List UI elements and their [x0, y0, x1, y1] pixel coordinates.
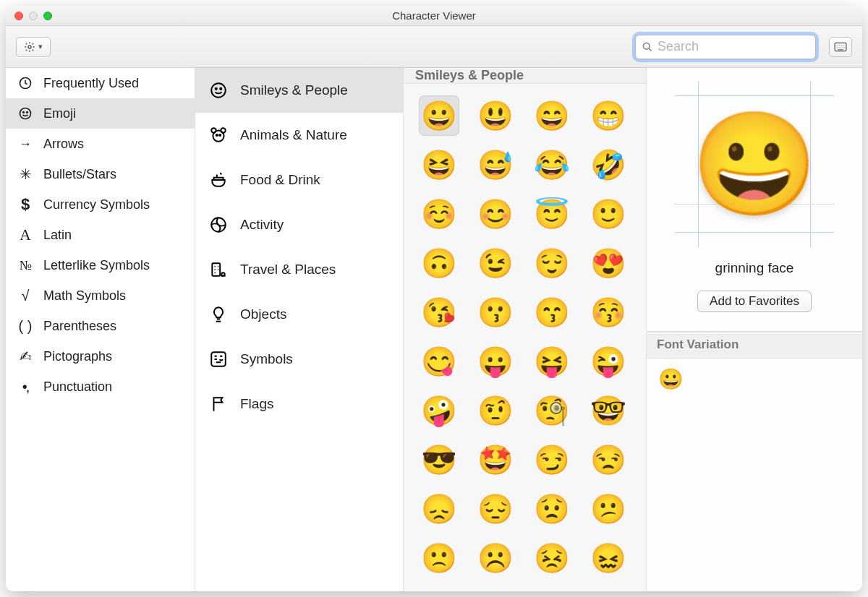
emoji-cell[interactable]: 😆: [419, 145, 459, 185]
emoji-cell[interactable]: ☺️: [419, 194, 459, 234]
emoji-cell[interactable]: 😍: [588, 243, 629, 283]
svg-point-5: [23, 112, 25, 113]
emoji-cell[interactable]: 😟: [532, 489, 572, 529]
category-parentheses[interactable]: ( )Parentheses: [6, 311, 195, 341]
emoji-cell[interactable]: 😗: [475, 292, 516, 332]
emoji-cell[interactable]: 🤓: [588, 390, 629, 431]
subcategory-smileys-people[interactable]: Smileys & People: [195, 68, 403, 113]
emoji-cell[interactable]: 🙂: [588, 194, 629, 234]
font-variation-glyph[interactable]: 😀: [658, 368, 684, 390]
category-label: Letterlike Symbols: [43, 258, 150, 273]
category-arrows[interactable]: →Arrows: [6, 129, 195, 159]
category-math-symbols[interactable]: √Math Symbols: [6, 280, 195, 311]
svg-rect-16: [212, 263, 220, 275]
category-label: Bullets/Stars: [43, 167, 116, 182]
preview-glyph: 😀: [692, 113, 818, 215]
emoji-cell[interactable]: 😁: [588, 95, 629, 136]
emoji-cell[interactable]: 😂: [532, 145, 572, 185]
chevron-down-icon: ▾: [38, 42, 43, 51]
emoji-cell[interactable]: 😩: [475, 587, 516, 591]
emoji-cell[interactable]: 😞: [419, 489, 459, 529]
add-to-favorites-button[interactable]: Add to Favorites: [697, 291, 812, 312]
emoji-cell[interactable]: 😄: [532, 95, 572, 136]
emoji-cell[interactable]: ☹️: [475, 538, 516, 578]
keyboard-viewer-button[interactable]: [829, 37, 852, 57]
settings-menu-button[interactable]: ▾: [16, 37, 51, 57]
svg-rect-18: [211, 352, 226, 366]
emoji-cell[interactable]: 😎: [419, 439, 459, 480]
emoji-cell[interactable]: 😙: [532, 292, 572, 332]
emoji-cell[interactable]: 🤨: [475, 390, 516, 431]
keyboard-icon: [834, 42, 847, 52]
character-grid: 😀😃😄😁😆😅😂🤣☺️😊😇🙂🙃😉😌😍😘😗😙😚😋😛😝😜🤪🤨🧐🤓😎🤩😏😒😞😔😟😕🙁☹️…: [404, 84, 646, 591]
character-grid-pane: Smileys & People 😀😃😄😁😆😅😂🤣☺️😊😇🙂🙃😉😌😍😘😗😙😚😋😛…: [404, 68, 647, 591]
category-latin[interactable]: ALatin: [6, 220, 195, 250]
category-label: Frequently Used: [43, 76, 139, 91]
svg-point-8: [216, 88, 217, 90]
paren-icon: ( ): [17, 318, 33, 335]
category-label: Parentheses: [43, 319, 116, 334]
clock-icon: [17, 76, 33, 90]
emoji-cell[interactable]: 😣: [532, 538, 572, 578]
emoji-cell[interactable]: 🤣: [588, 145, 629, 185]
emoji-cell[interactable]: 😅: [475, 145, 516, 185]
category-emoji[interactable]: Emoji: [6, 98, 195, 129]
emoji-cell[interactable]: 🙁: [419, 538, 459, 578]
activity-icon: [208, 215, 229, 235]
titlebar: Character Viewer: [6, 6, 862, 26]
svg-point-0: [28, 46, 31, 48]
emoji-cell[interactable]: 🧐: [532, 390, 572, 431]
emoji-cell[interactable]: 😘: [419, 292, 459, 332]
emoji-cell[interactable]: 😚: [588, 292, 629, 332]
category-label: Pictographs: [43, 349, 112, 364]
A-icon: A: [17, 226, 33, 244]
emoji-cell[interactable]: 😝: [532, 341, 572, 382]
emoji-cell[interactable]: 😊: [475, 194, 516, 234]
emoji-cell[interactable]: 😉: [475, 243, 516, 283]
category-currency-symbols[interactable]: $Currency Symbols: [6, 189, 195, 220]
emoji-cell[interactable]: 🤪: [419, 390, 459, 431]
emoji-cell[interactable]: 😭: [588, 587, 629, 591]
category-pictographs[interactable]: ✍︎Pictographs: [6, 341, 195, 371]
emoji-cell[interactable]: 😜: [588, 341, 629, 382]
subcategory-animals-nature[interactable]: Animals & Nature: [195, 113, 403, 158]
subcategory-objects[interactable]: Objects: [195, 292, 403, 337]
emoji-cell[interactable]: 😋: [419, 341, 459, 382]
emoji-cell[interactable]: 😛: [475, 341, 516, 382]
subcategory-flags[interactable]: Flags: [195, 382, 403, 426]
emoji-cell[interactable]: 😔: [475, 489, 516, 529]
arrow-icon: →: [17, 137, 33, 152]
subcategory-activity[interactable]: Activity: [195, 202, 403, 247]
category-frequently-used[interactable]: Frequently Used: [6, 68, 195, 98]
search-icon: [642, 41, 653, 53]
category-letterlike-symbols[interactable]: №Letterlike Symbols: [6, 250, 195, 280]
svg-point-9: [220, 88, 221, 90]
category-label: Emoji: [43, 106, 76, 121]
smiley-icon: [208, 80, 229, 100]
search-field[interactable]: [635, 35, 816, 59]
category-punctuation[interactable]: •,Punctuation: [6, 371, 195, 402]
food-icon: [208, 170, 229, 190]
emoji-cell[interactable]: 😒: [588, 439, 629, 480]
emoji-cell[interactable]: 😃: [475, 95, 516, 136]
sqrt-icon: √: [17, 288, 33, 304]
emoji-cell[interactable]: 🙃: [419, 243, 459, 283]
emoji-cell[interactable]: 😢: [532, 587, 572, 591]
emoji-cell[interactable]: 😫: [419, 587, 459, 591]
objects-icon: [208, 304, 229, 325]
category-bullets-stars[interactable]: ✳︎Bullets/Stars: [6, 159, 195, 189]
star-icon: ✳︎: [17, 166, 33, 183]
emoji-cell[interactable]: 🤩: [475, 439, 516, 480]
subcategory-symbols[interactable]: Symbols: [195, 337, 403, 382]
emoji-cell[interactable]: 😕: [588, 489, 629, 529]
punct-icon: •,: [17, 379, 33, 395]
emoji-cell[interactable]: 😏: [532, 439, 572, 480]
emoji-cell[interactable]: 😇: [532, 194, 572, 234]
emoji-cell[interactable]: 😀: [419, 95, 459, 136]
subcategory-travel-places[interactable]: Travel & Places: [195, 247, 403, 292]
subcategory-food-drink[interactable]: Food & Drink: [195, 158, 403, 202]
emoji-cell[interactable]: 😌: [532, 243, 572, 283]
emoji-cell[interactable]: 😖: [588, 538, 629, 578]
search-input[interactable]: [658, 39, 825, 54]
numero-icon: №: [17, 258, 33, 273]
